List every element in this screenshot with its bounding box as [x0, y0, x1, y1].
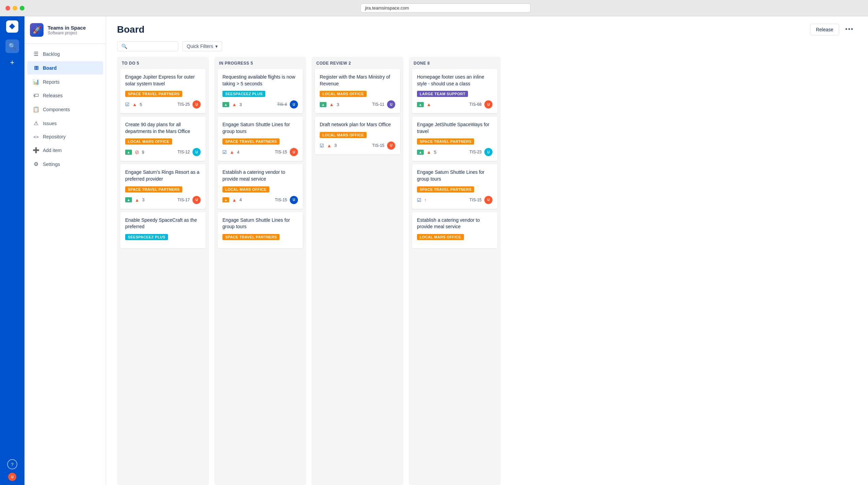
- story-icon: ▲: [417, 102, 424, 107]
- meta-count: 3: [142, 197, 145, 202]
- card-meta-left: ▲ ▲: [417, 102, 431, 107]
- user-avatar[interactable]: U: [8, 473, 16, 481]
- block-icon: ⊘: [135, 149, 139, 155]
- column-codereview: CODE REVIEW 2 Register with the Mars Min…: [312, 57, 403, 485]
- card-meta: ▲ ▲ 4 TIS-15 U: [222, 196, 298, 204]
- sidebar-item-issues[interactable]: ⚠ Issues: [27, 117, 103, 130]
- card-meta-left: ▲ ▲ 3: [222, 102, 242, 107]
- column-codereview-header: CODE REVIEW 2: [312, 57, 403, 69]
- priority-icon: ▲: [232, 102, 237, 107]
- card-meta: ▲ ▲ TIS-68 U: [417, 100, 493, 108]
- card-meta-right: TIS-15 U: [372, 141, 395, 150]
- assignee-avatar: U: [193, 148, 201, 156]
- card-meta: ☑ ▲ 5 TIS-25 U: [125, 100, 201, 108]
- card-label: LOCAL MARS OFFICE: [125, 138, 172, 145]
- search-box[interactable]: 🔍: [117, 41, 178, 51]
- card-todo-3[interactable]: Engage Saturn's Rings Resort as a prefer…: [120, 164, 205, 208]
- card-meta: ☑ ▲ 3 TIS-15 U: [320, 141, 395, 150]
- ticket-id: TIS-8: [277, 102, 287, 107]
- sidebar-item-backlog[interactable]: ☰ Backlog: [27, 47, 103, 61]
- card-todo-4[interactable]: Enable Speedy SpaceCraft as the preferre…: [120, 212, 205, 248]
- sidebar-item-components[interactable]: 📋 Components: [27, 103, 103, 116]
- sidebar-item-releases[interactable]: 🏷 Releases: [27, 89, 103, 102]
- backlog-label: Backlog: [43, 51, 60, 57]
- sidebar-nav: ☰ Backlog ⊞ Board 📊 Reports 🏷 Releases 📋…: [24, 44, 106, 174]
- priority-icon: ▲: [329, 102, 334, 107]
- card-meta-right: TIS-11 U: [372, 100, 395, 108]
- ticket-id: TIS-15: [372, 143, 384, 148]
- card-ip-3[interactable]: Establish a catering vendor to provide m…: [218, 164, 303, 208]
- sidebar-item-board[interactable]: ⊞ Board: [27, 61, 103, 74]
- main-content: Board Release ••• 🔍 Quick Filters ▾ TO D…: [106, 16, 868, 485]
- traffic-lights: [5, 6, 24, 11]
- checkbox-icon: ☑: [222, 149, 227, 155]
- meta-count: 3: [239, 102, 242, 107]
- help-icon[interactable]: ?: [7, 459, 17, 469]
- card-title: Engage Jupiter Express for outer solar s…: [125, 74, 201, 87]
- card-done-2[interactable]: Engage JetShuttle SpaceWays for travel S…: [412, 117, 497, 161]
- sidebar-item-reports[interactable]: 📊 Reports: [27, 75, 103, 88]
- close-button[interactable]: [5, 6, 10, 11]
- card-todo-1[interactable]: Engage Jupiter Express for outer solar s…: [120, 69, 205, 113]
- maximize-button[interactable]: [20, 6, 24, 11]
- story-icon: ▲: [222, 102, 229, 107]
- sidebar-item-settings[interactable]: ⚙ Settings: [27, 157, 103, 171]
- column-inprogress-header: IN PROGRESS 5: [214, 57, 306, 69]
- quick-filters-dropdown[interactable]: Quick Filters ▾: [182, 41, 222, 51]
- card-label: SPACE TRAVEL PARTNERS: [222, 234, 280, 240]
- search-icon[interactable]: 🔍: [5, 39, 19, 53]
- search-icon: 🔍: [121, 44, 127, 49]
- sidebar-item-repository[interactable]: <> Repository: [27, 131, 103, 143]
- meta-count: 4: [237, 150, 239, 155]
- card-title: Requesting available flights is now taki…: [222, 74, 298, 87]
- quick-filters-label: Quick Filters: [187, 44, 213, 49]
- card-meta: ☑ ↑ TIS-15 U: [417, 196, 493, 204]
- card-meta: ▲ ▲ 3 TIS-17 U: [125, 196, 201, 204]
- create-icon[interactable]: +: [5, 56, 19, 69]
- card-label: LOCAL MARS OFFICE: [320, 91, 367, 97]
- meta-count: 5: [434, 150, 436, 155]
- project-info: Teams in Space Software project: [48, 25, 86, 35]
- minimize-button[interactable]: [13, 6, 17, 11]
- project-avatar: 🚀: [30, 23, 44, 37]
- card-meta-right: TIS-15 U: [275, 196, 298, 204]
- address-bar[interactable]: jira.teamsinspace.com: [361, 3, 531, 13]
- sidebar: 🚀 Teams in Space Software project ☰ Back…: [24, 16, 106, 485]
- board-header: Board Release •••: [106, 16, 868, 41]
- release-button[interactable]: Release: [810, 24, 839, 35]
- card-todo-2[interactable]: Create 90 day plans for all departments …: [120, 117, 205, 161]
- priority-icon: ▲: [135, 197, 139, 203]
- column-done: DONE 8 Homepage footer uses an inline st…: [409, 57, 501, 485]
- components-label: Components: [43, 107, 70, 112]
- card-done-4[interactable]: Establish a catering vendor to provide m…: [412, 212, 497, 248]
- assignee-avatar: U: [193, 196, 201, 204]
- assignee-avatar: U: [290, 100, 298, 108]
- card-cr-2[interactable]: Draft network plan for Mars Office LOCAL…: [315, 117, 400, 154]
- priority-icon: ▲: [132, 102, 137, 107]
- sidebar-item-add[interactable]: ➕ Add item: [27, 144, 103, 157]
- card-ip-2[interactable]: Engage Saturn Shuttle Lines for group to…: [218, 117, 303, 161]
- card-done-3[interactable]: Engage Saturn Shuttle Lines for group to…: [412, 164, 497, 208]
- card-title: Engage Saturn's Rings Resort as a prefer…: [125, 169, 201, 182]
- assignee-avatar: U: [484, 100, 493, 108]
- page-title: Board: [117, 24, 145, 35]
- card-ip-4[interactable]: Engage Saturn Shuttle Lines for group to…: [218, 212, 303, 248]
- card-meta-left: ▲ ▲ 3: [320, 102, 339, 107]
- card-done-1[interactable]: Homepage footer uses an inline style - s…: [412, 69, 497, 113]
- ticket-id: TIS-15: [469, 198, 482, 202]
- card-title: Create 90 day plans for all departments …: [125, 121, 201, 135]
- repository-label: Repository: [43, 134, 66, 139]
- app-logo[interactable]: [6, 20, 18, 33]
- more-options-button[interactable]: •••: [842, 23, 857, 36]
- card-title: Draft network plan for Mars Office: [320, 121, 395, 128]
- card-ip-1[interactable]: Requesting available flights is now taki…: [218, 69, 303, 113]
- repository-icon: <>: [33, 134, 39, 139]
- column-inprogress-cards: Requesting available flights is now taki…: [214, 69, 306, 485]
- column-done-header: DONE 8: [409, 57, 501, 69]
- priority-icon: ▲: [230, 149, 234, 155]
- card-meta: ▲ ▲ 3 TIS-11 U: [320, 100, 395, 108]
- project-type: Software project: [48, 31, 86, 35]
- card-cr-1[interactable]: Register with the Mars Ministry of Reven…: [315, 69, 400, 113]
- components-icon: 📋: [33, 106, 39, 113]
- card-meta-right: TIS-68 U: [469, 100, 493, 108]
